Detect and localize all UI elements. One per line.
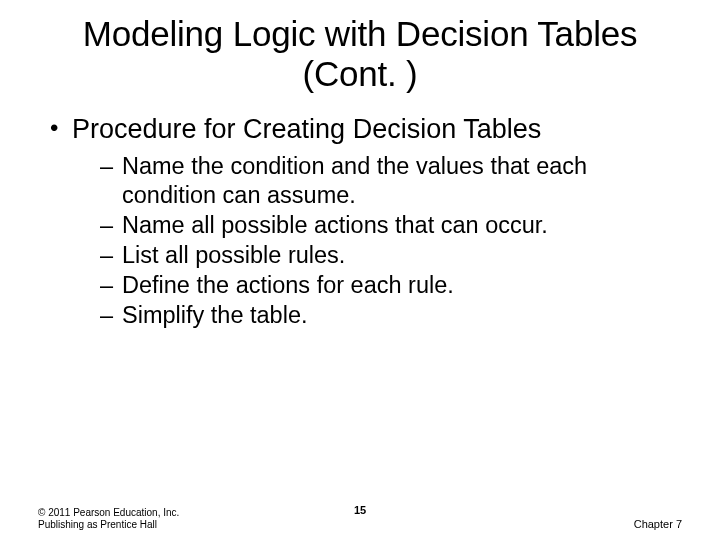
chapter-label: Chapter 7	[634, 518, 682, 530]
list-item-text: Simplify the table.	[122, 302, 307, 328]
list-item: Procedure for Creating Decision Tables N…	[50, 113, 682, 330]
list-item-text: Define the actions for each rule.	[122, 272, 454, 298]
list-item-text: Name the condition and the values that e…	[122, 153, 587, 208]
list-item: Simplify the table.	[100, 301, 682, 330]
page-number: 15	[354, 504, 366, 516]
list-item-text: List all possible rules.	[122, 242, 345, 268]
list-item-text: Name all possible actions that can occur…	[122, 212, 548, 238]
list-item-text: Procedure for Creating Decision Tables	[72, 114, 541, 144]
list-item: Define the actions for each rule.	[100, 271, 682, 300]
list-item: Name the condition and the values that e…	[100, 152, 682, 210]
slide-footer: © 2011 Pearson Education, Inc. Publishin…	[0, 507, 720, 530]
copyright-text: © 2011 Pearson Education, Inc. Publishin…	[38, 507, 183, 530]
list-item: Name all possible actions that can occur…	[100, 211, 682, 240]
list-item: List all possible rules.	[100, 241, 682, 270]
slide-title: Modeling Logic with Decision Tables (Con…	[38, 14, 682, 95]
slide: Modeling Logic with Decision Tables (Con…	[0, 0, 720, 540]
bullet-list-level2: Name the condition and the values that e…	[72, 152, 682, 329]
bullet-list-level1: Procedure for Creating Decision Tables N…	[38, 113, 682, 330]
